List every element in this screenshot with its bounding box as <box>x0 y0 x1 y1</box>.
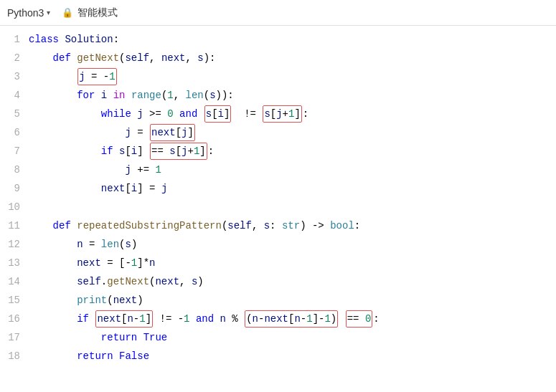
code-line-18: return False <box>29 347 556 365</box>
code-line-15: print(next) <box>29 291 556 310</box>
line-num-12: 12 <box>0 235 20 254</box>
code-line-5: while j >= 0 and s[i] != s[j+1]: <box>29 105 556 123</box>
highlight-nmod: (n-next[n-1]-1) <box>245 310 338 328</box>
line-num-10: 10 <box>0 198 20 216</box>
line-num-14: 14 <box>0 272 20 291</box>
line-num-9: 9 <box>0 179 20 198</box>
code-line-1: class Solution: <box>29 30 556 49</box>
language-selector[interactable]: Python3 ▾ <box>7 7 50 19</box>
code-area: 1 2 3 4 5 6 7 8 9 10 11 12 13 14 15 16 1… <box>0 26 556 365</box>
smart-mode: 🔒 智能模式 <box>62 6 118 19</box>
code-content: class Solution: def getNext(self, next, … <box>29 29 556 365</box>
line-num-16: 16 <box>0 310 20 328</box>
line-numbers: 1 2 3 4 5 6 7 8 9 10 11 12 13 14 15 16 1… <box>0 29 29 365</box>
line-num-2: 2 <box>0 49 20 67</box>
line-num-5: 5 <box>0 105 20 123</box>
line-num-11: 11 <box>0 216 20 235</box>
line-num-6: 6 <box>0 123 20 142</box>
highlight-nextn1: next[n-1] <box>95 310 153 328</box>
line-num-15: 15 <box>0 291 20 310</box>
code-line-6: j = next[j] <box>29 123 556 142</box>
code-line-12: n = len(s) <box>29 235 556 254</box>
code-line-16: if next[n-1] != -1 and n % (n-next[n-1]-… <box>29 310 556 328</box>
code-line-8: j += 1 <box>29 161 556 179</box>
chevron-down-icon: ▾ <box>47 9 50 16</box>
code-line-14: self.getNext(next, s) <box>29 272 556 291</box>
lock-icon: 🔒 <box>62 7 73 18</box>
toolbar: Python3 ▾ 🔒 智能模式 <box>0 0 556 26</box>
line-num-7: 7 <box>0 142 20 161</box>
highlight-j-assign: j = -1 <box>77 68 116 85</box>
code-line-7: if s[i] == s[j+1]: <box>29 142 556 161</box>
line-num-17: 17 <box>0 328 20 347</box>
line-num-1: 1 <box>0 30 20 49</box>
highlight-eq2: == 0 <box>346 310 373 328</box>
language-label: Python3 <box>7 7 44 19</box>
highlight-eq: == s[j+1] <box>150 143 207 160</box>
code-line-17: return True <box>29 328 556 347</box>
code-line-3: j = -1 <box>29 67 556 86</box>
highlight-nextj: next[j] <box>150 124 195 141</box>
code-line-10 <box>29 198 556 216</box>
smart-mode-label: 智能模式 <box>77 6 118 19</box>
highlight-sj1: s[j+1] <box>263 105 301 123</box>
line-num-4: 4 <box>0 86 20 105</box>
code-line-11: def repeatedSubstringPattern(self, s: st… <box>29 216 556 235</box>
line-num-8: 8 <box>0 161 20 179</box>
line-num-18: 18 <box>0 347 20 365</box>
code-line-13: next = [-1]*n <box>29 254 556 272</box>
highlight-si: s[i] <box>204 105 232 123</box>
line-num-13: 13 <box>0 254 20 272</box>
code-line-2: def getNext(self, next, s): <box>29 49 556 67</box>
line-num-3: 3 <box>0 67 20 86</box>
code-line-9: next[i] = j <box>29 179 556 198</box>
code-line-4: for i in range(1, len(s)): <box>29 86 556 105</box>
